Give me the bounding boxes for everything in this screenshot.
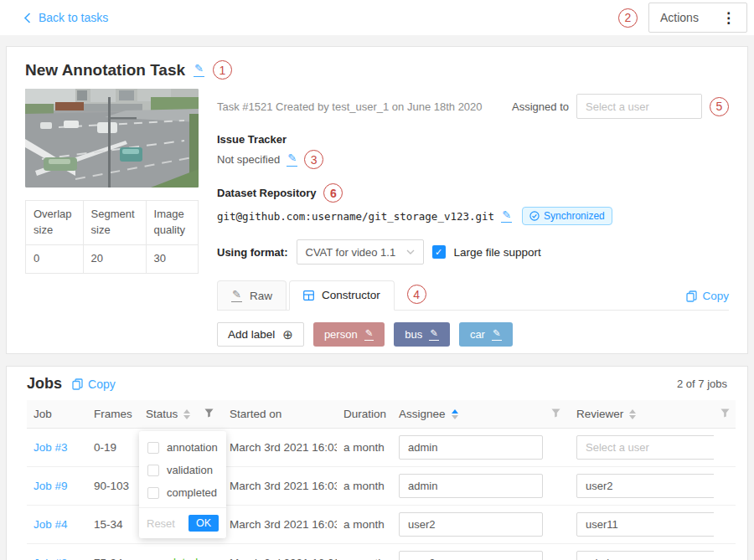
param-header-overlap: Overlap size bbox=[26, 201, 84, 245]
filter-option-annotation[interactable]: annotation bbox=[139, 436, 226, 459]
status-filter-button[interactable] bbox=[198, 400, 223, 429]
sort-carets-icon[interactable] bbox=[452, 409, 458, 419]
tab-raw[interactable]: ✎ Raw bbox=[217, 280, 287, 310]
edit-label-icon[interactable]: ✎ bbox=[364, 328, 374, 341]
label-chip-car[interactable]: car ✎ bbox=[459, 322, 513, 347]
add-label-text: Add label bbox=[228, 328, 275, 341]
col-started[interactable]: Started on bbox=[223, 400, 337, 429]
dataset-repository-label: Dataset Repository bbox=[217, 187, 316, 199]
filter-option-completed[interactable]: completed bbox=[139, 481, 226, 504]
edit-title-icon[interactable]: ✎ bbox=[194, 63, 204, 76]
job-8-link[interactable]: Job #8 bbox=[34, 557, 68, 560]
job-8-duration: a month bbox=[337, 544, 392, 560]
label-chip-person[interactable]: person ✎ bbox=[313, 322, 385, 347]
labels-copy-label: Copy bbox=[702, 290, 729, 302]
col-duration[interactable]: Duration bbox=[337, 400, 392, 429]
funnel-icon bbox=[720, 408, 730, 418]
task-preview-image bbox=[25, 89, 199, 188]
copy-icon bbox=[686, 290, 697, 302]
param-value-overlap: 0 bbox=[26, 244, 84, 273]
sort-carets-icon[interactable] bbox=[629, 409, 636, 419]
back-to-tasks-link[interactable]: Back to tasks bbox=[23, 11, 108, 24]
col-assignee[interactable]: Assignee bbox=[392, 400, 545, 429]
job-3-duration: a month bbox=[337, 429, 392, 467]
col-reviewer[interactable]: Reviewer bbox=[570, 400, 714, 429]
job-9-assignee-input[interactable] bbox=[399, 474, 543, 498]
col-status[interactable]: Status bbox=[139, 400, 198, 429]
vertical-ellipsis-icon: ⋮ bbox=[721, 9, 736, 27]
param-value-segment: 20 bbox=[83, 244, 146, 273]
status-filter-dropdown: annotation validation completed Reset OK bbox=[139, 431, 226, 538]
back-to-tasks-label: Back to tasks bbox=[39, 11, 108, 24]
filter-option-validation[interactable]: validation bbox=[139, 459, 226, 481]
edit-issue-tracker-icon[interactable]: ✎ bbox=[287, 152, 297, 166]
task-detail-card: New Annotation Task ✎ 1 bbox=[6, 46, 748, 354]
job-8-started: March 3rd 2021 16:03 bbox=[223, 544, 337, 560]
filter-reset-button[interactable]: Reset bbox=[147, 517, 175, 530]
tab-constructor-label: Constructor bbox=[322, 289, 380, 301]
large-file-label: Large file support bbox=[454, 246, 541, 259]
param-value-quality: 30 bbox=[146, 244, 198, 273]
job-row-9: Job #9 90-103 March 3rd 2021 16:03 a mon… bbox=[27, 467, 736, 506]
checkbox-annotation[interactable] bbox=[147, 442, 159, 454]
label-person-name: person bbox=[324, 328, 358, 341]
job-4-reviewer-input[interactable] bbox=[576, 512, 714, 537]
job-8-reviewer-input[interactable] bbox=[576, 551, 714, 560]
task-parameters-table: Overlap size Segment size Image quality … bbox=[25, 200, 199, 274]
actions-button[interactable]: Actions ⋮ bbox=[648, 3, 747, 33]
assigned-to-input[interactable] bbox=[576, 94, 702, 119]
edit-repository-icon[interactable]: ✎ bbox=[501, 209, 512, 223]
annotation-marker-6: 6 bbox=[323, 183, 343, 203]
job-3-assignee-input[interactable] bbox=[399, 435, 543, 460]
sort-carets-icon[interactable] bbox=[183, 409, 190, 419]
job-8-assignee-input[interactable] bbox=[399, 551, 543, 560]
edit-label-icon[interactable]: ✎ bbox=[429, 328, 439, 341]
jobs-copy-button[interactable]: Copy bbox=[72, 378, 116, 391]
label-chip-bus[interactable]: bus ✎ bbox=[394, 322, 450, 347]
synchronized-badge[interactable]: Synchronized bbox=[522, 207, 612, 225]
funnel-icon bbox=[551, 408, 560, 418]
format-select[interactable]: CVAT for video 1.1 bbox=[297, 239, 424, 265]
tab-constructor[interactable]: Constructor bbox=[289, 280, 395, 311]
jobs-card: Jobs Copy 2 of 7 jobs Job Frames Status … bbox=[6, 366, 748, 560]
large-file-checkbox[interactable]: ✓ bbox=[432, 245, 446, 259]
labels-tabs: ✎ Raw Constructor 4 Copy bbox=[217, 280, 729, 311]
assignee-filter-button[interactable] bbox=[545, 400, 570, 429]
job-3-reviewer-input[interactable] bbox=[576, 435, 714, 460]
task-title: New Annotation Task bbox=[25, 61, 185, 80]
filter-ok-button[interactable]: OK bbox=[188, 515, 219, 532]
job-3-link[interactable]: Job #3 bbox=[34, 441, 68, 454]
job-4-frames: 15-34 bbox=[87, 506, 139, 544]
chevron-down-icon bbox=[406, 249, 415, 254]
filter-validation-label: validation bbox=[167, 464, 213, 476]
job-4-assignee-input[interactable] bbox=[399, 512, 543, 537]
col-frames[interactable]: Frames bbox=[87, 400, 139, 429]
checkbox-validation[interactable] bbox=[147, 465, 159, 476]
job-3-frames: 0-19 bbox=[87, 429, 139, 467]
job-8-status: completed bbox=[146, 556, 198, 560]
jobs-count: 2 of 7 jobs bbox=[677, 378, 727, 390]
add-label-button[interactable]: Add label ⊕ bbox=[217, 322, 304, 347]
job-8-frames: 75-94 bbox=[87, 544, 139, 560]
format-value: CVAT for video 1.1 bbox=[306, 246, 396, 259]
job-9-link[interactable]: Job #9 bbox=[34, 480, 68, 492]
issue-tracker-label: Issue Tracker bbox=[217, 133, 287, 146]
annotation-marker-4: 4 bbox=[407, 285, 426, 304]
job-row-3: Job #3 0-19 March 3rd 2021 16:03 a month bbox=[27, 429, 736, 467]
assigned-to-label: Assigned to bbox=[512, 100, 569, 113]
job-row-8: Job #8 75-94 completed? March 3rd 2021 1… bbox=[27, 544, 736, 560]
job-4-link[interactable]: Job #4 bbox=[34, 518, 68, 531]
dataset-repository-url[interactable]: git@github.com:username/git_storage_v123… bbox=[217, 210, 494, 223]
job-row-4: Job #4 15-34 March 3rd 2021 16:03 a mont… bbox=[27, 506, 736, 544]
param-header-quality: Image quality bbox=[146, 201, 198, 245]
edit-label-icon[interactable]: ✎ bbox=[492, 328, 502, 341]
check-circle-icon bbox=[529, 211, 540, 221]
labels-copy-button[interactable]: Copy bbox=[686, 290, 729, 310]
checkbox-completed[interactable] bbox=[147, 487, 159, 499]
col-job[interactable]: Job bbox=[27, 400, 87, 429]
plus-circle-icon: ⊕ bbox=[282, 328, 293, 341]
job-9-duration: a month bbox=[337, 467, 392, 506]
jobs-table: Job Frames Status Started on Duration As… bbox=[27, 400, 736, 560]
job-9-reviewer-input[interactable] bbox=[576, 474, 714, 498]
reviewer-filter-button[interactable] bbox=[714, 400, 736, 429]
